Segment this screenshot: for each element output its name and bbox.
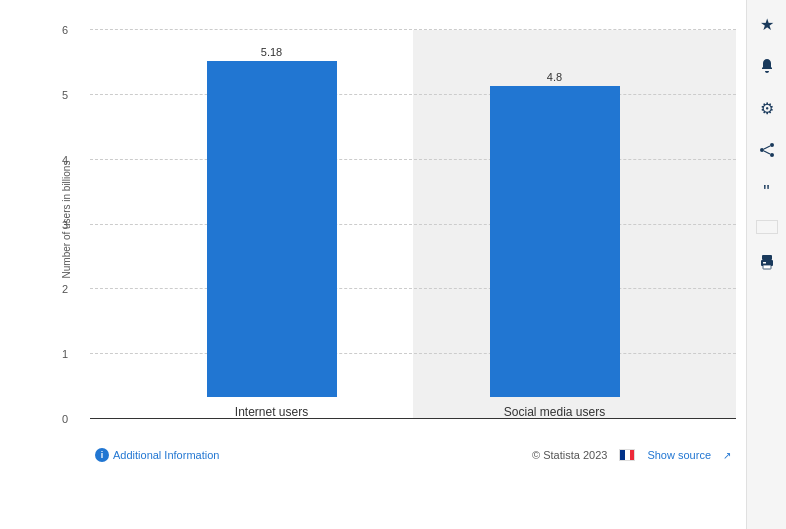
- gear-icon[interactable]: ⚙: [753, 94, 781, 122]
- svg-rect-5: [762, 255, 772, 260]
- footer-right: © Statista 2023 Show source ↗: [532, 449, 731, 461]
- chart-wrapper: Number of users in billions 6 5 4 3: [60, 20, 736, 469]
- flag-placeholder: [619, 449, 635, 461]
- quote-icon[interactable]: ": [753, 178, 781, 206]
- flag-icon[interactable]: [756, 220, 778, 234]
- share-icon[interactable]: [753, 136, 781, 164]
- statista-copyright: © Statista 2023: [532, 449, 607, 461]
- y-tick-4: 4: [62, 154, 68, 166]
- svg-point-0: [770, 143, 774, 147]
- sidebar: ★ ⚙ ": [746, 0, 786, 529]
- svg-point-1: [760, 148, 764, 152]
- bar-value-social: 4.8: [547, 71, 562, 83]
- bar-social-media: 4.8 Social media users: [490, 71, 620, 419]
- svg-rect-7: [763, 265, 771, 269]
- svg-line-4: [764, 151, 770, 154]
- external-link-icon: ↗: [723, 450, 731, 461]
- bookmark-icon[interactable]: ★: [753, 10, 781, 38]
- y-tick-1: 1: [62, 348, 68, 360]
- y-tick-3: 3: [62, 219, 68, 231]
- main-container: Number of users in billions 6 5 4 3: [0, 0, 786, 529]
- chart-area: Number of users in billions 6 5 4 3: [0, 0, 746, 529]
- bar-internet-users: 5.18 Internet users: [207, 46, 337, 419]
- footer: i Additional Information © Statista 2023…: [90, 441, 736, 469]
- y-tick-6: 6: [62, 24, 68, 36]
- bar-internet: [207, 61, 337, 397]
- print-icon[interactable]: [753, 248, 781, 276]
- bar-label-internet: Internet users: [235, 405, 308, 419]
- bell-icon[interactable]: [753, 52, 781, 80]
- svg-line-3: [764, 146, 770, 149]
- plot-area: 6 5 4 3 2 1 0: [90, 30, 736, 419]
- info-icon: i: [95, 448, 109, 462]
- bar-label-social: Social media users: [504, 405, 605, 419]
- bars-container: 5.18 Internet users 4.8 Social media use…: [90, 30, 736, 419]
- y-tick-2: 2: [62, 283, 68, 295]
- svg-rect-8: [763, 262, 766, 264]
- y-tick-5: 5: [62, 89, 68, 101]
- bar-social: [490, 86, 620, 397]
- svg-point-2: [770, 153, 774, 157]
- additional-info-link[interactable]: i Additional Information: [95, 448, 219, 462]
- y-tick-0: 0: [62, 413, 68, 425]
- show-source-link[interactable]: Show source: [647, 449, 711, 461]
- bar-value-internet: 5.18: [261, 46, 282, 58]
